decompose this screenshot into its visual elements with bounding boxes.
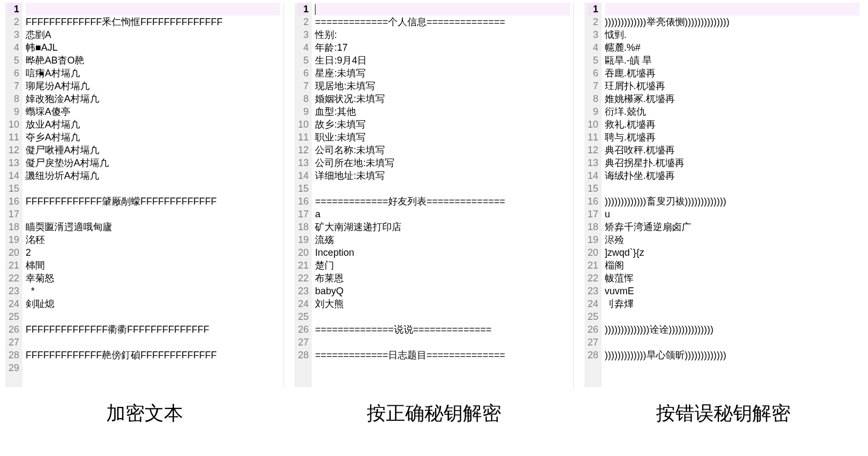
code-line: 玨屑扑.杌墭再	[605, 80, 859, 92]
code-area[interactable]: =============个人信息==============性别:年龄:17生…	[312, 3, 573, 387]
line-number: 11	[9, 131, 19, 144]
code-line: 故乡:未填写	[315, 118, 570, 131]
line-number: 25	[298, 310, 309, 323]
code-line: vuvmE	[605, 285, 859, 297]
line-number: 6	[588, 67, 598, 80]
line-number: 23	[588, 285, 598, 297]
code-line: 婎姚櫀冢.杌墭再	[605, 92, 859, 105]
line-number: 13	[298, 156, 309, 169]
code-line: ]zwqd`}{z	[605, 246, 859, 259]
code-line	[26, 3, 280, 15]
code-line: 儗尸戾垫坋A村塥凢	[26, 156, 280, 169]
code-line: 公司名称:未填写	[315, 144, 570, 156]
line-number: 10	[298, 118, 309, 131]
code-line: 晔赩AB杳O赩	[26, 54, 280, 67]
code-line: 婚姻状况:未填写	[315, 92, 570, 105]
line-number: 25	[9, 310, 19, 323]
line-number: 4	[298, 41, 309, 54]
label-correct-key: 按正确秘钥解密	[295, 400, 573, 427]
code-line	[315, 3, 570, 15]
line-number: 1	[298, 3, 309, 15]
code-line: =============日志题目==============	[315, 349, 570, 361]
line-number: 13	[588, 156, 598, 169]
line-number: 22	[298, 272, 309, 285]
line-number: 14	[588, 169, 598, 182]
line-number: 2	[298, 15, 309, 28]
code-line: a	[315, 208, 570, 221]
code-line	[26, 361, 280, 374]
line-number: 1	[9, 3, 19, 15]
line-number: 2	[9, 15, 19, 28]
line-number: 17	[298, 208, 309, 221]
code-line: ==============说说==============	[315, 323, 570, 336]
line-number: 24	[298, 297, 309, 310]
code-line: 性别:	[315, 28, 570, 41]
code-line: 聘与.杌墭再	[605, 131, 859, 144]
code-line: 帏■AJL	[26, 41, 280, 54]
code-line: 矿大南湖速递打印店	[315, 221, 570, 233]
code-line: 公司所在地:未填写	[315, 156, 570, 169]
code-line: 幰麓.%#	[605, 41, 859, 54]
code-line: 布莱恩	[315, 272, 570, 285]
line-number: 27	[298, 336, 309, 349]
code-area[interactable]: )))))))))))))举亮俵恻))))))))))))))怴剄.幰麓.%#甌…	[602, 3, 863, 387]
line-number: 15	[9, 182, 19, 195]
code-line: 血型:其他	[315, 105, 570, 118]
line-number: 1	[588, 3, 598, 15]
code-line: ))))))))))))))诠诠))))))))))))))	[605, 323, 859, 336]
labels-row: 加密文本 按正确秘钥解密 按错误秘钥解密	[0, 390, 868, 432]
code-line: 幸菊怒	[26, 272, 280, 285]
line-number: 22	[588, 272, 598, 285]
code-line: 怷剭A	[26, 28, 280, 41]
line-number: 12	[588, 144, 598, 156]
code-line: u	[605, 208, 859, 221]
line-number: 20	[298, 246, 309, 259]
line-number: 28	[9, 349, 19, 361]
code-line: 婞改狍淦A村塥凢	[26, 92, 280, 105]
code-line: 刂弆熚	[605, 297, 859, 310]
line-number: 18	[588, 221, 598, 233]
line-number: 27	[588, 336, 598, 349]
code-line: 唁痏A村塥凢	[26, 67, 280, 80]
code-line: 流殇	[315, 233, 570, 246]
code-area[interactable]: FFFFFFFFFFFFF釆仁恂恇FFFFFFFFFFFFFF怷剭A帏■AJL晔…	[22, 3, 283, 387]
code-line: 现居地:未填写	[315, 80, 570, 92]
line-number: 8	[588, 92, 598, 105]
code-line: 救礼.杌墭再	[605, 118, 859, 131]
line-number: 16	[298, 195, 309, 208]
line-number: 9	[9, 105, 19, 118]
line-number: 9	[298, 105, 309, 118]
line-number: 6	[9, 67, 19, 80]
code-line: 瞄耎匫湑遌適哦甸廬	[26, 221, 280, 233]
line-number: 10	[588, 118, 598, 131]
code-line: babyQ	[315, 285, 570, 297]
line-number: 3	[9, 28, 19, 41]
code-line: 怴剄.	[605, 28, 859, 41]
code-line: 夺乡A村塥凢	[26, 131, 280, 144]
line-number: 19	[9, 233, 19, 246]
code-line	[605, 182, 859, 195]
line-gutter: 1234567891011121314151617181920212223242…	[5, 3, 22, 387]
line-number: 20	[588, 246, 598, 259]
line-number: 3	[588, 28, 598, 41]
line-number: 29	[9, 361, 19, 374]
code-line: =============个人信息==============	[315, 15, 570, 28]
line-number: 6	[298, 67, 309, 80]
line-number: 28	[588, 349, 598, 361]
text-cursor	[315, 4, 315, 15]
code-line: 譏纽坋圻A村塥凢	[26, 169, 280, 182]
line-number: 21	[298, 259, 309, 272]
line-number: 21	[9, 259, 19, 272]
code-line: 2	[26, 246, 280, 259]
line-number: 12	[9, 144, 19, 156]
code-line: 刘大熊	[315, 297, 570, 310]
line-number: 24	[9, 297, 19, 310]
code-line: 椔阁	[605, 259, 859, 272]
code-line: 蠮埰A傻亭	[26, 105, 280, 118]
line-number: 13	[9, 156, 19, 169]
label-wrong-key: 按错误秘钥解密	[584, 400, 863, 427]
code-line: =============好友列表==============	[315, 195, 570, 208]
line-number: 23	[298, 285, 309, 297]
code-line: 生日:9月4日	[315, 54, 570, 67]
line-number: 4	[9, 41, 19, 54]
